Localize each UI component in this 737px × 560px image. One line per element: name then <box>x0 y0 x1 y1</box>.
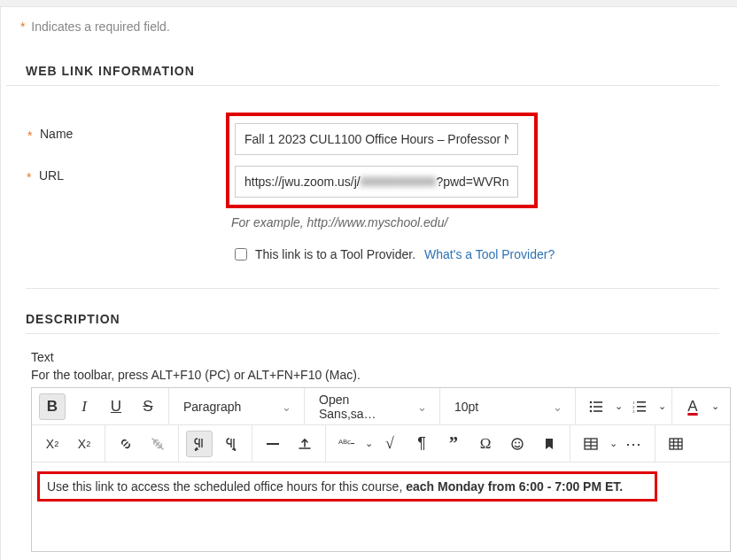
omega-button[interactable]: Ω <box>472 431 499 457</box>
ellipsis-button[interactable]: ⋯ <box>621 431 648 457</box>
field-row-name: * Name https://jwu.zoom.us/j/00000000000… <box>40 113 737 263</box>
superscript-button[interactable]: X2 <box>39 431 66 457</box>
horizontal-rule-button[interactable] <box>260 431 286 457</box>
bold-button[interactable]: B <box>39 393 66 420</box>
emoji-button[interactable] <box>504 431 531 457</box>
remove-link-button[interactable] <box>144 431 171 457</box>
svg-rect-9 <box>637 406 646 408</box>
description-block: Text For the toolbar, press ALT+F10 (PC)… <box>6 334 737 552</box>
chevron-down-icon[interactable]: ⌄ <box>711 401 719 412</box>
unlink-icon <box>151 437 165 451</box>
insert-link-button[interactable] <box>112 431 139 457</box>
chevron-down-icon[interactable]: ⌄ <box>658 401 666 412</box>
spellcheck-button[interactable]: ᴬᴮᶜ <box>333 431 360 457</box>
toolbar-row-2: X2 X2 <box>32 425 730 463</box>
rich-text-editor: B I U S Paragraph ⌄ Open Sans,sa… <box>31 387 731 552</box>
required-field-note: * Indicates a required field. <box>6 7 737 34</box>
svg-point-2 <box>590 405 593 408</box>
svg-point-14 <box>515 441 516 443</box>
toolbar-group-paragraph-format: Paragraph ⌄ <box>169 388 305 424</box>
bookmark-button[interactable] <box>536 431 562 457</box>
chevron-down-icon[interactable]: ⌄ <box>365 438 373 449</box>
font-size-select[interactable]: 10pt ⌄ <box>446 393 570 420</box>
toolbar-group-table: ⌄ ⋯ <box>570 425 656 462</box>
numbered-list-button[interactable]: 123 <box>626 393 653 420</box>
table-icon <box>584 437 598 451</box>
chevron-down-icon: ⌄ <box>553 400 562 413</box>
svg-rect-5 <box>593 410 602 412</box>
strikethrough-button[interactable]: S <box>135 393 161 420</box>
editor-text-pre: Use this link to access the scheduled of… <box>47 479 406 494</box>
insert-file-button[interactable] <box>291 431 318 457</box>
underline-button[interactable]: U <box>103 393 129 420</box>
paragraph-format-value: Paragraph <box>183 400 241 414</box>
url-input-suffix: ?pwd=WVRn <box>436 175 508 189</box>
chevron-down-icon: ⌄ <box>417 400 427 413</box>
toolbar-group-font-family: Open Sans,sa… ⌄ <box>305 388 440 424</box>
tool-provider-checkbox[interactable] <box>235 248 247 261</box>
label-url-wrap: * URL <box>39 168 64 183</box>
quote-button[interactable]: ” <box>440 431 467 457</box>
section-weblink-heading: WEB LINK INFORMATION <box>6 34 719 86</box>
svg-point-0 <box>590 401 593 403</box>
svg-rect-12 <box>267 443 279 445</box>
url-input-prefix: https://jwu.zoom.us/j/ <box>244 175 361 189</box>
toolbar-hint: For the toolbar, press ALT+F10 (PC) or A… <box>31 368 737 382</box>
toolbar-group-link <box>105 425 179 462</box>
tool-provider-row: This link is to a Tool Provider. What's … <box>231 245 555 263</box>
upload-icon <box>298 437 312 451</box>
paragraph-format-select[interactable]: Paragraph ⌄ <box>175 393 299 420</box>
url-hint: For example, http://www.myschool.edu/ <box>231 215 555 229</box>
asterisk-icon: * <box>27 170 31 184</box>
label-name: * Name <box>40 113 226 141</box>
toolbar-group-direction <box>179 425 252 462</box>
toolbar-row-1: B I U S Paragraph ⌄ Open Sans,sa… <box>32 388 730 425</box>
form-content: * Indicates a required field. WEB LINK I… <box>0 7 737 560</box>
highlight-box-description: Use this link to access the scheduled of… <box>37 471 657 502</box>
svg-text:3: 3 <box>632 409 635 414</box>
editor-text: Use this link to access the scheduled of… <box>47 479 623 494</box>
svg-rect-7 <box>637 401 646 403</box>
pilcrow-button[interactable]: ¶ <box>408 431 435 457</box>
weblink-fields: * Name https://jwu.zoom.us/j/00000000000… <box>6 86 737 263</box>
chevron-down-icon: ⌄ <box>282 400 291 413</box>
horizontal-rule-icon <box>266 437 280 451</box>
svg-point-15 <box>518 441 520 443</box>
svg-point-4 <box>590 409 593 412</box>
font-family-select[interactable]: Open Sans,sa… ⌄ <box>310 393 434 420</box>
rtl-button[interactable] <box>218 431 244 457</box>
section-description-heading: DESCRIPTION <box>26 289 719 334</box>
toolbar-group-insert <box>252 425 326 462</box>
name-input[interactable] <box>235 123 518 155</box>
tool-provider-label[interactable]: This link is to a Tool Provider. <box>231 245 415 263</box>
svg-rect-11 <box>637 410 646 412</box>
subscript-button[interactable]: X2 <box>71 431 97 457</box>
chevron-down-icon[interactable]: ⌄ <box>609 438 617 449</box>
italic-button[interactable]: I <box>71 393 97 420</box>
table-button[interactable] <box>578 431 604 457</box>
formula-button[interactable]: √ <box>376 431 403 457</box>
tool-provider-help-link[interactable]: What's a Tool Provider? <box>424 247 555 261</box>
bullet-list-button[interactable] <box>583 393 609 420</box>
numbered-list-icon: 123 <box>632 400 647 414</box>
link-icon <box>119 437 133 451</box>
url-input[interactable]: https://jwu.zoom.us/j/00000000000?pwd=WV… <box>235 166 518 198</box>
svg-point-13 <box>512 439 523 449</box>
editor-body[interactable]: Use this link to access the scheduled of… <box>32 463 730 551</box>
top-grey-bar <box>0 0 737 7</box>
chevron-down-icon[interactable]: ⌄ <box>615 401 623 412</box>
url-input-blurred: 00000000000 <box>361 175 437 189</box>
label-name-text: Name <box>40 127 73 141</box>
ltr-button[interactable] <box>186 431 213 457</box>
text-color-button[interactable]: A <box>679 393 706 420</box>
tool-provider-text: This link is to a Tool Provider. <box>255 247 415 261</box>
table-grid-button[interactable] <box>663 431 689 457</box>
rtl-icon <box>224 437 238 451</box>
font-family-value: Open Sans,sa… <box>319 393 409 421</box>
smiley-icon <box>510 437 524 451</box>
toolbar-group-misc: ᴬᴮᶜ⌄ √ ¶ ” Ω <box>326 425 570 462</box>
svg-rect-3 <box>593 406 602 408</box>
editor-text-bold: each Monday from 6:00 - 7:00 PM ET. <box>406 479 623 494</box>
toolbar-group-table-2 <box>656 425 696 462</box>
ltr-icon <box>192 437 206 451</box>
